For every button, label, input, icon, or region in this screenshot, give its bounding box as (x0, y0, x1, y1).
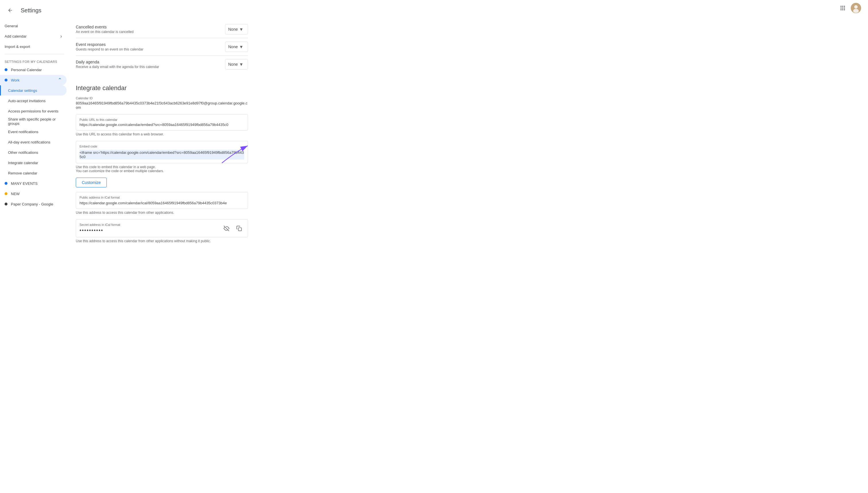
daily-agenda-sub: Receive a daily email with the agenda fo… (76, 65, 225, 69)
back-button[interactable] (5, 5, 16, 16)
sidebar-item-remove-calendar[interactable]: Remove calendar (0, 168, 67, 178)
svg-point-2 (844, 6, 845, 7)
share-specific-label: Share with specific people or groups (8, 117, 62, 126)
sidebar-item-auto-accept[interactable]: Auto-accept invitations (0, 95, 67, 106)
sidebar-item-share-specific[interactable]: Share with specific people or groups (0, 116, 67, 127)
auto-accept-label: Auto-accept invitations (8, 99, 46, 103)
sidebar-item-allday-notifications[interactable]: All-day event notifications (0, 137, 67, 147)
svg-point-6 (841, 9, 842, 10)
many-events-label: MANY EVENTS (11, 181, 38, 186)
event-responses-chevron-icon: ▾ (240, 44, 242, 50)
cancelled-chevron-icon: ▾ (240, 26, 242, 33)
secret-hide-button[interactable] (221, 223, 232, 234)
access-permissions-label: Access permissions for events (8, 109, 59, 113)
ical-value[interactable]: https://calendar.google.com/calendar/ica… (80, 201, 244, 205)
work-expand-icon: ⌃ (58, 77, 62, 83)
main-content: Cancelled events An event on this calend… (69, 0, 868, 493)
svg-point-8 (844, 9, 845, 10)
sidebar-item-other-notifications[interactable]: Other notifications (0, 147, 67, 157)
sidebar-item-many-events[interactable]: MANY EVENTS (0, 178, 67, 189)
topbar (76, 0, 861, 16)
daily-agenda-select[interactable]: None ▾ (225, 59, 248, 69)
daily-agenda-main: Daily agenda (76, 60, 225, 64)
daily-agenda-value: None (228, 62, 238, 67)
event-responses-label: Event responses Guests respond to an eve… (76, 42, 225, 51)
sidebar-item-personal-calendar[interactable]: Personal Calendar (0, 65, 67, 75)
cancelled-events-row: Cancelled events An event on this calend… (76, 21, 248, 38)
sidebar-item-access-permissions[interactable]: Access permissions for events (0, 106, 67, 116)
daily-agenda-label: Daily agenda Receive a daily email with … (76, 60, 225, 69)
integrate-calendar-section: Integrate calendar Calendar ID 8059aa164… (76, 84, 248, 252)
cancelled-events-value: None (228, 27, 238, 31)
public-url-value[interactable]: https://calendar.google.com/calendar/emb… (80, 123, 244, 127)
svg-point-10 (854, 5, 858, 8)
integrate-calendar-title: Integrate calendar (76, 84, 248, 92)
event-responses-row: Event responses Guests respond to an eve… (76, 38, 248, 56)
sidebar-item-work[interactable]: Work ⌃ (0, 75, 67, 85)
sidebar-item-event-notifications[interactable]: Event notifications (0, 127, 67, 137)
calendar-id-label: Calendar ID (76, 97, 248, 100)
sidebar-item-import-export[interactable]: Import & export (0, 41, 67, 52)
paper-company-dot (5, 202, 7, 206)
new-dot (5, 192, 7, 195)
personal-calendar-dot (5, 68, 7, 71)
ical-helper: Use this address to access this calendar… (76, 211, 248, 215)
secret-actions (221, 223, 244, 234)
secret-dots: •••••••••• (80, 228, 221, 234)
sidebar-item-new[interactable]: NEW (0, 189, 67, 199)
public-url-helper: Use this URL to access this calendar fro… (76, 132, 248, 136)
svg-rect-14 (238, 228, 242, 231)
expand-icon: › (60, 33, 62, 39)
svg-point-3 (841, 7, 842, 8)
other-notifications-label: Other notifications (8, 150, 38, 155)
calendar-settings-label: Calendar settings (8, 88, 37, 93)
sidebar-item-paper-company[interactable]: Paper Company - Google (0, 199, 67, 209)
svg-point-7 (842, 9, 843, 10)
event-responses-sub: Guests respond to an event on this calen… (76, 47, 225, 51)
my-calendars-label: Settings for my calendars (0, 57, 69, 65)
secret-box: Secret address in iCal format Secret add… (76, 219, 248, 237)
public-url-label: Public URL to this calendar (80, 118, 244, 121)
secret-copy-button[interactable] (234, 223, 244, 234)
active-indicator (0, 85, 1, 95)
personal-calendar-label: Personal Calendar (11, 68, 42, 72)
sidebar-item-calendar-settings[interactable]: Calendar settings (0, 85, 67, 95)
event-responses-select[interactable]: None ▾ (225, 42, 248, 52)
sidebar-item-general-label: General (5, 24, 18, 28)
apps-button[interactable] (837, 2, 848, 14)
svg-point-5 (844, 7, 845, 8)
many-events-dot (5, 182, 7, 185)
event-notifications-label: Event notifications (8, 130, 39, 134)
embed-code-label: Embed code (80, 145, 244, 148)
paper-company-label: Paper Company - Google (11, 202, 53, 206)
notifications-section: Cancelled events An event on this calend… (76, 16, 248, 78)
ical-label: Public address in iCal format (80, 196, 244, 199)
sidebar-title: Settings (21, 7, 41, 14)
cancelled-events-label: Cancelled events An event on this calend… (76, 25, 225, 34)
sidebar-item-add-calendar-label: Add calendar (5, 34, 27, 39)
sidebar-header: Settings (0, 2, 69, 21)
embed-code-value[interactable]: <iframe src='https://calendar.google.com… (80, 150, 244, 159)
avatar[interactable] (851, 3, 861, 13)
event-responses-value: None (228, 44, 238, 49)
work-label: Work (11, 78, 20, 82)
cancelled-events-sub: An event on this calendar is cancelled (76, 30, 225, 34)
sidebar-item-integrate-calendar[interactable]: Integrate calendar (0, 157, 67, 168)
sidebar-item-add-calendar[interactable]: Add calendar › (0, 31, 67, 41)
divider (5, 54, 64, 54)
ical-box: Public address in iCal format https://ca… (76, 192, 248, 209)
daily-agenda-row: Daily agenda Receive a daily email with … (76, 56, 248, 73)
remove-calendar-label: Remove calendar (8, 171, 37, 175)
sidebar-item-import-export-label: Import & export (5, 44, 30, 49)
cancelled-events-select[interactable]: None ▾ (225, 24, 248, 35)
secret-helper: Use this address to access this calendar… (76, 239, 248, 243)
svg-point-4 (842, 7, 843, 8)
cancelled-events-main: Cancelled events (76, 25, 225, 29)
allday-notifications-label: All-day event notifications (8, 140, 50, 144)
sidebar-item-general[interactable]: General (0, 21, 67, 31)
svg-point-0 (841, 6, 842, 7)
customize-button[interactable]: Customize (76, 178, 107, 187)
svg-point-1 (842, 6, 843, 7)
daily-agenda-select-wrap: None ▾ (225, 59, 248, 69)
daily-agenda-chevron-icon: ▾ (240, 61, 242, 67)
